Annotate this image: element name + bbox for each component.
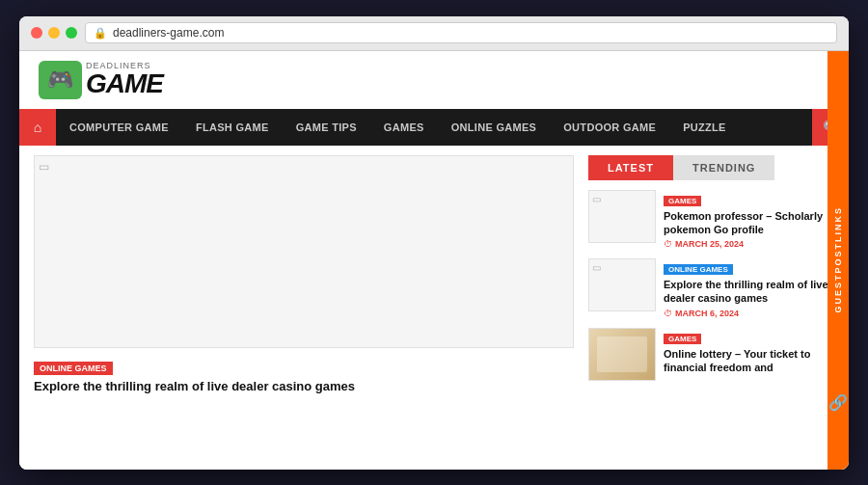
sidebar-article-2-date: ⏱ MARCH 6, 2024 <box>664 309 834 318</box>
sidebar-article-1-image: ▭ <box>588 190 656 243</box>
sidebar-articles: ▭ GAMES Pokemon professor – Scholarly po… <box>588 190 834 381</box>
lock-icon: 🔒 <box>94 27 107 40</box>
logo-icon: 🎮 <box>39 61 82 99</box>
gamepad-icon: 🎮 <box>47 67 73 93</box>
nav-home-button[interactable]: ⌂ <box>19 109 56 146</box>
side-banner-link-icon: 🔗 <box>828 393 848 412</box>
broken-image-icon-1: ▭ <box>592 194 601 204</box>
sidebar-article-3: GAMES Online lottery – Your ticket to fi… <box>588 328 834 381</box>
side-banner: GUESTPOSTLINKS 🔗 <box>827 51 849 470</box>
title-bar: 🔒 deadliners-game.com <box>19 16 849 51</box>
traffic-light-maximize[interactable] <box>66 27 77 39</box>
sidebar-article-1-content: GAMES Pokemon professor – Scholarly poke… <box>664 190 834 250</box>
sidebar-article-1-tag: GAMES <box>664 196 701 206</box>
nav-bar: ⌂ COMPUTER GAME FLASH GAME GAME TIPS GAM… <box>19 109 849 146</box>
sidebar-article-1-title[interactable]: Pokemon professor – Scholarly pokemon Go… <box>664 209 834 237</box>
sidebar-article-3-image <box>588 328 656 381</box>
sidebar-article-2: ▭ ONLINE GAMES Explore the thrilling rea… <box>588 258 834 318</box>
tab-trending[interactable]: TRENDING <box>673 155 774 180</box>
home-icon: ⌂ <box>34 120 41 135</box>
nav-item-outdoor-game[interactable]: OUTDOOR GAME <box>550 109 669 146</box>
sidebar-article-2-tag: ONLINE GAMES <box>664 264 733 275</box>
nav-item-online-games[interactable]: ONLINE GAMES <box>438 109 551 146</box>
sidebar-article-3-content: GAMES Online lottery – Your ticket to fi… <box>664 328 834 378</box>
bottom-article: ONLINE GAMES Explore the thrilling realm… <box>34 358 574 395</box>
sidebar-article-2-content: ONLINE GAMES Explore the thrilling realm… <box>664 258 834 318</box>
sidebar-article-3-title[interactable]: Online lottery – Your ticket to financia… <box>664 347 834 375</box>
nav-item-puzzle[interactable]: PUZZLE <box>669 109 740 146</box>
logo-game: GAME <box>86 70 163 97</box>
traffic-light-minimize[interactable] <box>48 27 60 39</box>
content-left: ▭ ONLINE GAMES Explore the thrilling rea… <box>19 146 588 470</box>
bottom-article-tag: ONLINE GAMES <box>34 362 113 375</box>
broken-image-icon-2: ▭ <box>592 262 601 273</box>
clock-icon-2: ⏱ <box>664 309 672 318</box>
address-bar[interactable]: 🔒 deadliners-game.com <box>85 22 837 43</box>
url-text: deadliners-game.com <box>113 26 224 40</box>
nav-items: COMPUTER GAME FLASH GAME GAME TIPS GAMES… <box>56 109 812 146</box>
traffic-light-close[interactable] <box>31 27 42 39</box>
website-content: 🎮 DEADLINERS GAME ⌂ COMPUTER GAME FLASH … <box>19 51 849 470</box>
sidebar: LATEST TRENDING ▭ GAMES Pokemon professo… <box>588 146 849 470</box>
bottom-article-title: Explore the thrilling realm of live deal… <box>34 379 574 395</box>
sidebar-article-2-title[interactable]: Explore the thrilling realm of live deal… <box>664 278 834 306</box>
traffic-lights <box>31 27 77 39</box>
hero-image: ▭ <box>34 155 574 348</box>
broken-image-icon: ▭ <box>39 160 49 174</box>
sidebar-article-2-image: ▭ <box>588 258 656 311</box>
clock-icon-1: ⏱ <box>664 239 672 249</box>
sidebar-article-1-date: ⏱ MARCH 25, 2024 <box>664 239 834 249</box>
sidebar-article-3-tag: GAMES <box>664 334 701 344</box>
site-logo: 🎮 DEADLINERS GAME <box>39 61 163 99</box>
nav-item-computer-game[interactable]: COMPUTER GAME <box>56 109 182 146</box>
nav-item-games[interactable]: GAMES <box>370 109 438 146</box>
main-content: ▭ ONLINE GAMES Explore the thrilling rea… <box>19 146 849 470</box>
side-banner-text: GUESTPOSTLINKS <box>833 206 843 313</box>
sidebar-article-1: ▭ GAMES Pokemon professor – Scholarly po… <box>588 190 834 250</box>
site-header: 🎮 DEADLINERS GAME <box>19 51 849 109</box>
logo-text: DEADLINERS GAME <box>86 62 163 97</box>
nav-item-flash-game[interactable]: FLASH GAME <box>182 109 283 146</box>
browser-window: 🔒 deadliners-game.com 🎮 DEADLINERS GAME … <box>19 16 849 470</box>
tab-latest[interactable]: LATEST <box>588 155 673 180</box>
nav-item-game-tips[interactable]: GAME TIPS <box>283 109 370 146</box>
sidebar-tabs: LATEST TRENDING <box>588 155 834 180</box>
